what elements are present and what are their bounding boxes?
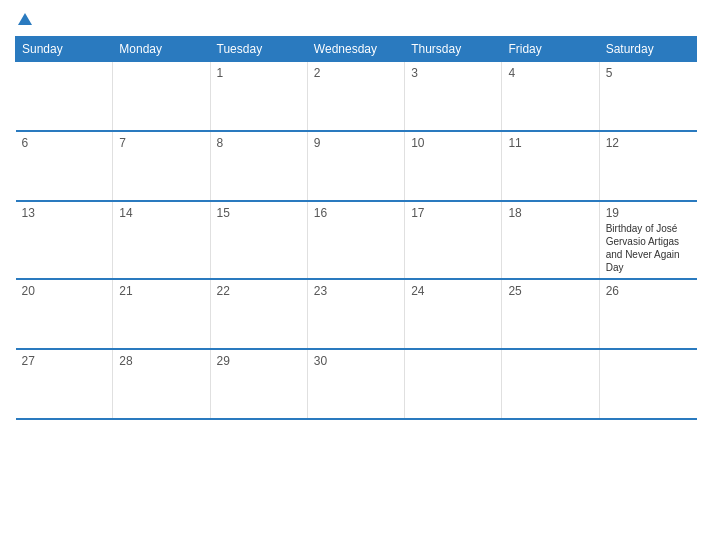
day-number: 6 [22,136,107,150]
week-row-4: 20212223242526 [16,279,697,349]
calendar-body: 12345678910111213141516171819Birthday of… [16,61,697,419]
week-row-1: 12345 [16,61,697,131]
calendar-cell: 23 [307,279,404,349]
day-number: 22 [217,284,301,298]
day-number: 2 [314,66,398,80]
day-number: 15 [217,206,301,220]
calendar-cell: 18 [502,201,599,279]
day-number: 10 [411,136,495,150]
day-number: 4 [508,66,592,80]
day-number: 30 [314,354,398,368]
day-number: 5 [606,66,691,80]
calendar-cell: 12 [599,131,696,201]
calendar-cell: 15 [210,201,307,279]
day-number: 3 [411,66,495,80]
calendar-cell: 8 [210,131,307,201]
day-number: 27 [22,354,107,368]
calendar-cell: 3 [405,61,502,131]
calendar-cell: 28 [113,349,210,419]
calendar-container: SundayMondayTuesdayWednesdayThursdayFrid… [0,0,712,550]
calendar-cell [113,61,210,131]
day-number: 16 [314,206,398,220]
day-number: 11 [508,136,592,150]
day-number: 25 [508,284,592,298]
week-row-3: 13141516171819Birthday of José Gervasio … [16,201,697,279]
calendar-cell: 10 [405,131,502,201]
weekday-header-thursday: Thursday [405,36,502,61]
day-number: 20 [22,284,107,298]
weekday-header-monday: Monday [113,36,210,61]
day-number: 29 [217,354,301,368]
day-number: 18 [508,206,592,220]
calendar-cell: 9 [307,131,404,201]
logo-triangle-icon [18,13,32,25]
logo-general [15,10,32,28]
weekday-header-wednesday: Wednesday [307,36,404,61]
calendar-cell [16,61,113,131]
weekday-header-saturday: Saturday [599,36,696,61]
calendar-cell: 25 [502,279,599,349]
calendar-cell: 21 [113,279,210,349]
day-number: 19 [606,206,691,220]
calendar-cell [502,349,599,419]
day-number: 13 [22,206,107,220]
day-number: 26 [606,284,691,298]
day-number: 21 [119,284,203,298]
logo [15,10,32,28]
day-number: 28 [119,354,203,368]
holiday-text: Birthday of José Gervasio Artigas and Ne… [606,222,691,274]
calendar-cell [405,349,502,419]
day-number: 8 [217,136,301,150]
calendar-cell: 7 [113,131,210,201]
calendar-cell: 6 [16,131,113,201]
weekday-header-sunday: Sunday [16,36,113,61]
calendar-cell: 20 [16,279,113,349]
calendar-cell: 13 [16,201,113,279]
day-number: 23 [314,284,398,298]
calendar-table: SundayMondayTuesdayWednesdayThursdayFrid… [15,36,697,421]
calendar-cell: 29 [210,349,307,419]
calendar-header: SundayMondayTuesdayWednesdayThursdayFrid… [16,36,697,61]
day-number: 17 [411,206,495,220]
weekday-header-tuesday: Tuesday [210,36,307,61]
header [15,10,697,28]
calendar-cell: 19Birthday of José Gervasio Artigas and … [599,201,696,279]
week-row-5: 27282930 [16,349,697,419]
week-row-2: 6789101112 [16,131,697,201]
day-number: 24 [411,284,495,298]
day-number: 9 [314,136,398,150]
calendar-cell: 26 [599,279,696,349]
day-number: 12 [606,136,691,150]
calendar-cell: 11 [502,131,599,201]
calendar-cell: 5 [599,61,696,131]
calendar-cell: 24 [405,279,502,349]
calendar-cell: 2 [307,61,404,131]
weekday-header-friday: Friday [502,36,599,61]
calendar-cell: 22 [210,279,307,349]
calendar-cell: 14 [113,201,210,279]
day-number: 7 [119,136,203,150]
calendar-cell: 4 [502,61,599,131]
weekday-header-row: SundayMondayTuesdayWednesdayThursdayFrid… [16,36,697,61]
calendar-cell: 1 [210,61,307,131]
calendar-cell: 27 [16,349,113,419]
calendar-cell [599,349,696,419]
day-number: 14 [119,206,203,220]
day-number: 1 [217,66,301,80]
calendar-cell: 30 [307,349,404,419]
calendar-cell: 16 [307,201,404,279]
calendar-cell: 17 [405,201,502,279]
